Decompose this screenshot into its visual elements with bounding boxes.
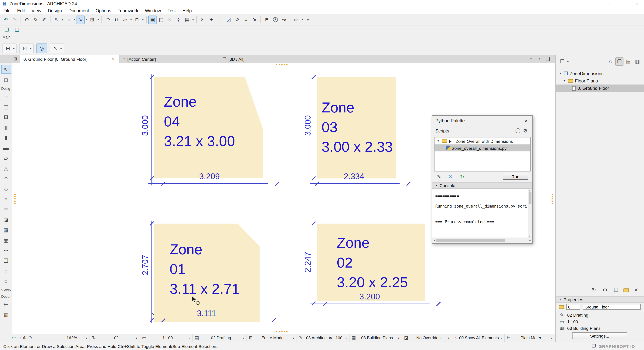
story-id-field[interactable] [566, 304, 580, 310]
slab-tool[interactable]: ▱ [1, 153, 11, 163]
zone-tool[interactable]: ▨ [1, 225, 11, 234]
zoom-level-control[interactable]: 162% ▸ [57, 334, 90, 342]
zone-02-width-dimension[interactable]: 3.200 [353, 292, 386, 301]
scrollbar-thumb[interactable] [436, 238, 505, 242]
caret-down-icon[interactable]: ▾ [562, 79, 566, 82]
pick-layer-icon[interactable]: ▤ [183, 15, 191, 24]
zoom-out-icon[interactable]: ⊙ [28, 335, 32, 341]
menu-help[interactable]: Help [179, 7, 195, 14]
find-select-icon[interactable]: Ⓕ [271, 15, 280, 24]
wall-tool[interactable]: ▭ [1, 92, 11, 101]
morph-tool[interactable]: ◪ [1, 215, 11, 224]
collapse-palette-group[interactable]: ⊟ ▸ [2, 43, 17, 53]
menu-edit[interactable]: Edit [14, 7, 28, 14]
snap-points-icon[interactable]: ∿ [76, 15, 85, 24]
project-map-icon[interactable]: ❐ [615, 57, 624, 65]
suspend-groups-icon[interactable]: ▣ [148, 15, 157, 24]
hotlink-icon[interactable]: ❏ [13, 26, 21, 34]
delete-icon[interactable]: ✕ [632, 287, 640, 293]
mesh-tool[interactable]: ▦ [1, 235, 11, 245]
menu-document[interactable]: Document [65, 7, 92, 14]
scroll-down-icon[interactable]: ▾ [529, 235, 530, 238]
chevron-down-icon[interactable]: ▾ [141, 18, 144, 21]
tab-action-center[interactable]: ⌂ [Action Center] [120, 55, 219, 63]
close-icon[interactable]: ✕ [111, 57, 116, 61]
zone-04-width-dimension[interactable]: 3.209 [193, 172, 226, 181]
menu-test[interactable]: Test [164, 7, 179, 14]
settings-button[interactable]: Settings... [572, 332, 627, 339]
pin-tab-icon[interactable]: ❑ [543, 55, 552, 63]
zone-01-label[interactable]: Zone 01 3.11 x 2.71 [170, 239, 240, 299]
chevron-down-icon[interactable]: ▾ [85, 18, 88, 21]
home-navigator-icon[interactable]: ⌂ [606, 57, 614, 65]
zone-04-width-dimension-line[interactable] [148, 183, 268, 183]
eyedropper-icon[interactable]: ✎ [31, 15, 40, 24]
syringe-icon[interactable]: ✐ [40, 15, 48, 24]
snap-guides-icon[interactable]: ≈ [64, 15, 73, 24]
chevron-down-icon[interactable]: ▾ [130, 18, 132, 21]
script-file-row[interactable]: zone_overall_dimensions.py [434, 144, 530, 151]
adjust-icon[interactable]: ✦ [207, 15, 216, 24]
run-button[interactable]: Run [503, 173, 528, 180]
chevron-down-icon[interactable]: ▾ [73, 18, 76, 21]
project-chooser-icon[interactable]: ❒ [558, 57, 566, 65]
chevron-down-icon[interactable]: ▾ [96, 18, 100, 21]
shell-tool[interactable]: ◠ [1, 174, 11, 183]
zone-02-label[interactable]: Zone 02 3.20 x 2.25 [337, 233, 408, 292]
overrides-control[interactable]: ◪ No Overrides ▸ [402, 334, 452, 342]
sync-icon[interactable]: ↻ [590, 287, 598, 293]
zone-03-width-dimension-line[interactable] [310, 183, 400, 183]
flag-icon[interactable]: ⚑ [262, 15, 271, 24]
trim-icon[interactable]: ↺ [233, 15, 242, 24]
zone-02-width-dimension-line[interactable] [310, 303, 430, 304]
zone-03-height-dimension[interactable]: 3.000 [303, 113, 311, 138]
menu-design[interactable]: Design [44, 7, 65, 14]
link-icon[interactable]: ❐ [2, 26, 11, 34]
layout-book-icon[interactable]: ▥ [633, 57, 641, 65]
fillet-icon[interactable]: ◿ [224, 15, 233, 24]
grid-snap-icon[interactable]: ⊞ [88, 15, 96, 24]
zone-01-width-dimension[interactable]: 3.111 [190, 309, 223, 318]
gear-icon[interactable]: ⚙ [522, 128, 529, 134]
edit-plane-icon[interactable]: ▱ [121, 15, 130, 24]
camera-icon[interactable]: ⌐ [304, 15, 313, 24]
zone-03-height-dimension-line[interactable] [313, 74, 314, 182]
skylight-tool[interactable]: ◇ [1, 184, 11, 193]
stair-tool[interactable]: ≡ [1, 194, 11, 204]
window-tool[interactable]: ⊞ [1, 112, 11, 122]
properties-header[interactable]: ▾ Properties [556, 296, 644, 303]
menu-view[interactable]: View [28, 7, 44, 14]
arrow-tool-icon[interactable]: ↖ [52, 15, 61, 24]
rotation-control[interactable]: ↻ 0° ▸ [90, 334, 140, 342]
zone-01-height-dimension[interactable]: 2.707 [140, 252, 149, 277]
gear-icon[interactable]: ⚙ [601, 287, 609, 293]
layer-combination-control[interactable]: ▦ 03 Building Plans ▸ [349, 334, 402, 342]
console-horizontal-scrollbar[interactable]: ◂ ▸ [433, 238, 532, 242]
layer-control[interactable]: ▤ 02 Drafting ▸ [192, 334, 246, 342]
menu-teamwork[interactable]: Teamwork [114, 7, 142, 14]
navigator-folder-row[interactable]: ▾ Floor Plans [556, 77, 644, 85]
explode-icon[interactable]: ⊹ [174, 15, 183, 24]
dimension-tool[interactable]: ⊢ [1, 300, 11, 309]
zone-01-width-dimension-line[interactable] [148, 320, 265, 320]
lock-icon[interactable]: ⊓ [132, 15, 141, 24]
zone-03-label[interactable]: Zone 03 3.00 x 2.33 [322, 97, 393, 157]
intersect-icon[interactable]: ⊥ [216, 15, 224, 24]
object-tool[interactable]: ❑ [1, 256, 11, 265]
menu-window[interactable]: Window [142, 7, 164, 14]
menu-file[interactable]: File [0, 7, 14, 14]
dock-grip[interactable] [552, 193, 553, 204]
reload-icon[interactable]: ↻ [458, 174, 466, 180]
zone-02-height-dimension-line[interactable] [313, 221, 314, 307]
chevron-down-icon[interactable]: ▾ [191, 18, 194, 21]
graphisoft-id-label[interactable]: GRAPHISOFT ID [598, 344, 635, 349]
chevron-down-icon[interactable]: ▾ [538, 57, 541, 61]
dock-grip[interactable] [276, 64, 288, 65]
close-icon[interactable]: ✕ [523, 118, 529, 123]
new-viewpoint-icon[interactable]: ❏ [612, 287, 620, 293]
caret-down-icon[interactable]: ▾ [558, 72, 562, 75]
delete-script-icon[interactable]: ✕ [447, 174, 454, 180]
zone-02-height-dimension[interactable]: 2.247 [303, 250, 311, 274]
new-script-icon[interactable]: ✎ [436, 174, 443, 180]
pen-set-control[interactable]: ✎ 03 Architectural 100 ▸ [296, 334, 349, 342]
